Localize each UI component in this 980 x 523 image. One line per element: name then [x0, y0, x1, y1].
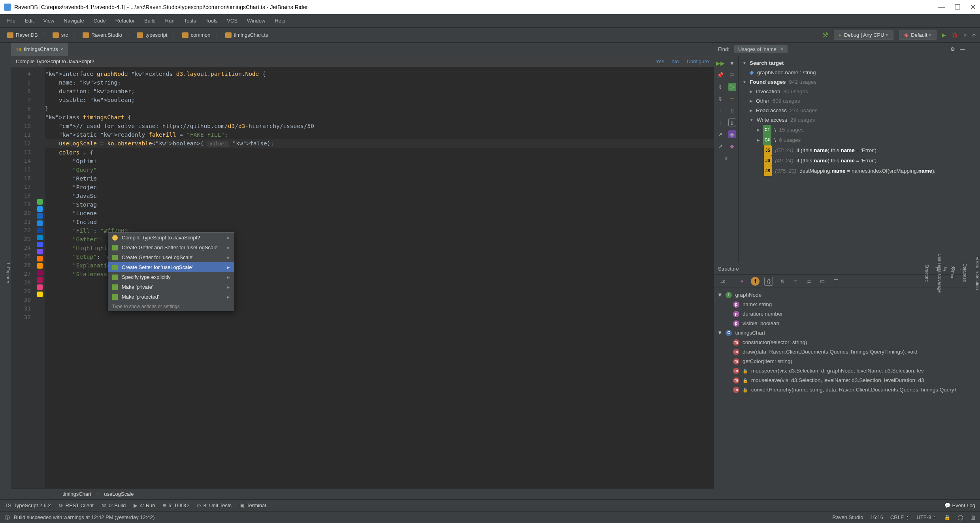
intention-item[interactable]: Make 'protected'▸ — [108, 292, 234, 302]
intention-item[interactable]: Make 'private'▸ — [108, 282, 234, 292]
menu-help[interactable]: Help — [271, 16, 289, 25]
breadcrumb-item[interactable]: common — [179, 31, 214, 39]
structure-tree[interactable]: ▼IgraphNodepname: stringpduration: numbe… — [714, 288, 969, 499]
pencil-icon — [112, 245, 118, 250]
banner-no[interactable]: No — [672, 58, 679, 64]
find-results-tree[interactable]: ▼Search target◆graphNode.name : string▼F… — [739, 56, 969, 263]
database-tab[interactable]: Database — [963, 263, 967, 282]
flag-icon[interactable]: ⚐ — [728, 71, 736, 79]
menu-vcs[interactable]: VCS — [223, 16, 241, 25]
close-button[interactable]: ✕ — [970, 3, 976, 11]
pencil-icon — [112, 275, 118, 280]
encoding[interactable]: UTF-8 ≑ — [917, 514, 937, 520]
menu-run[interactable]: Run — [161, 16, 179, 25]
intention-item[interactable]: Compile TypeScript to JavaScript?▸ — [108, 233, 234, 243]
export-icon[interactable]: ↗ — [716, 130, 724, 138]
file-tab[interactable]: TS timingsChart.ts × — [11, 43, 68, 56]
show-fields-icon[interactable]: f — [751, 277, 760, 286]
errors-tab[interactable]: Errors In Solution — [975, 256, 980, 290]
menu-build[interactable]: Build — [140, 16, 160, 25]
menu-refactor[interactable]: Refactor — [111, 16, 139, 25]
collapse-icon[interactable]: ⇕ — [716, 83, 724, 91]
breadcrumb-item[interactable]: timingsChart.ts — [222, 31, 271, 39]
search-icon[interactable]: ⌕ — [972, 32, 976, 39]
find-query-pill[interactable]: Usages of 'name'× — [734, 45, 788, 53]
find-tab[interactable]: 3: Find — [950, 266, 955, 280]
explorer-tab[interactable]: 1: Explorer — [6, 262, 11, 283]
intention-item[interactable]: Create Setter for 'useLogScale'▸ — [108, 262, 234, 272]
menu-navigate[interactable]: Navigate — [60, 16, 88, 25]
find-label: Find: — [718, 46, 729, 52]
sort-az-icon[interactable]: ↓z — [718, 277, 727, 286]
breadcrumb-item[interactable]: typescript — [134, 31, 171, 39]
run-icon[interactable]: ▶ — [942, 32, 946, 38]
code-editor[interactable]: 4567891011121314151617181920212223242526… — [11, 67, 714, 488]
menu-tools[interactable]: Tools — [202, 16, 221, 25]
tree3-icon[interactable]: ≣ — [805, 277, 813, 286]
tag-icon[interactable]: ◈ — [728, 130, 736, 138]
run-config-dropdown[interactable]: ◉Default ▾ — [899, 30, 937, 40]
menu-view[interactable]: View — [39, 16, 58, 25]
open-icon[interactable]: ↗ — [716, 142, 724, 150]
expand-icon[interactable]: ⇕ — [716, 95, 724, 103]
up-icon[interactable]: ↑ — [716, 107, 724, 115]
banner-configure[interactable]: Configure — [687, 58, 709, 64]
maximize-button[interactable]: ☐ — [954, 3, 961, 11]
group-icon[interactable]: ▭ — [818, 277, 827, 286]
pin-icon[interactable]: ⊤ — [831, 277, 840, 286]
banner-yes[interactable]: Yes — [656, 58, 664, 64]
crumb-class[interactable]: timingsChart — [62, 491, 91, 497]
menu-code[interactable]: Code — [90, 16, 110, 25]
menu-tests[interactable]: Tests — [180, 16, 200, 25]
tree2-icon[interactable]: ≡ — [791, 277, 800, 286]
breadcrumb-item[interactable]: Raven.Studio — [79, 31, 125, 39]
hammer-icon[interactable]: ⚒ — [822, 31, 828, 40]
intention-item[interactable]: Create Getter for 'useLogScale'▸ — [108, 252, 234, 262]
structure-tab[interactable]: Structure — [925, 264, 929, 282]
sort2-icon[interactable]: ⇵ — [943, 266, 947, 272]
gear-icon[interactable]: ⚙ — [950, 46, 955, 52]
down-icon[interactable]: ↓ — [716, 119, 724, 126]
coverage-tab[interactable]: Unit Tests Coverage — [937, 254, 942, 293]
tool-window-4[interactable]: ≡6: TODO — [163, 502, 189, 508]
tool-window-0[interactable]: TSTypeScript 2.6.2 — [5, 502, 51, 508]
intention-item[interactable]: Specify type explicitly▸ — [108, 272, 234, 282]
rerun-icon[interactable]: ▶▶ — [716, 59, 724, 67]
braces-icon[interactable]: {} — [728, 119, 736, 126]
tool-window-1[interactable]: ⟳REST Client — [59, 502, 94, 508]
event-log[interactable]: 💬 Event Log — [944, 502, 975, 508]
minimize-panel-icon[interactable]: — — [960, 46, 965, 52]
tool-window-2[interactable]: ⚒0: Build — [102, 502, 126, 508]
more-icon[interactable]: » — [722, 154, 730, 162]
minimize-button[interactable]: — — [938, 3, 945, 11]
close-tab-icon[interactable]: × — [60, 47, 63, 52]
cube-icon[interactable]: ◆ — [728, 142, 736, 150]
tree1-icon[interactable]: ⋔ — [778, 277, 786, 286]
crumb-member[interactable]: useLogScale — [104, 491, 134, 497]
stack-icon[interactable]: ▥ — [971, 514, 975, 520]
cs-icon[interactable]: C# — [728, 83, 736, 91]
pin-icon[interactable]: 📌 — [716, 71, 724, 79]
build-message: Build succeeded with warnings at 12:42 P… — [14, 514, 155, 520]
filter-icon[interactable]: ▼ — [728, 59, 736, 67]
navbar: RavenDB〉src〉Raven.Studio〉typescript〉comm… — [0, 28, 980, 43]
build-config-dropdown[interactable]: ▸Debug | Any CPU ▾ — [834, 30, 893, 40]
tool-window-5[interactable]: ⊙8: Unit Tests — [197, 502, 232, 508]
menu-edit[interactable]: Edit — [21, 16, 38, 25]
debug-icon[interactable]: 🐞 — [952, 32, 958, 38]
inspector-icon[interactable]: ◯ — [957, 514, 963, 520]
lock-icon[interactable]: 🔒 — [944, 514, 950, 520]
tool-window-3[interactable]: ▶4: Run — [134, 502, 155, 508]
breadcrumb-item[interactable]: RavenDB — [4, 31, 41, 39]
menu-file[interactable]: File — [3, 16, 19, 25]
menu-window[interactable]: Window — [243, 16, 269, 25]
folder-icon[interactable]: ▭ — [728, 95, 736, 103]
show-props-icon[interactable]: ● — [737, 277, 746, 286]
tool-window-6[interactable]: ▣Terminal — [239, 502, 266, 508]
file-icon[interactable]: ▯ — [728, 107, 736, 115]
lock-icon: 🔒 — [743, 385, 748, 395]
breadcrumb-item[interactable]: src — [49, 31, 71, 39]
intention-item[interactable]: Create Getter and Setter for 'useLogScal… — [108, 243, 234, 252]
braces-icon[interactable]: {} — [764, 277, 773, 286]
line-ending[interactable]: CRLF ≑ — [890, 514, 910, 520]
